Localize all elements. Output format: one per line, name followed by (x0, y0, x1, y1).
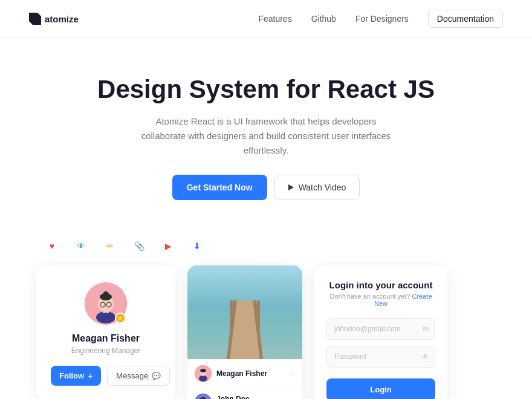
heart-icon-pill[interactable]: ♥ (42, 236, 62, 256)
feed-user2-row: John Doe UI/UX Designer ✎ (187, 388, 302, 399)
nav-features[interactable]: Features (258, 14, 291, 24)
feed-image (187, 265, 302, 359)
nav-links: Features Github For Designers Documentat… (258, 10, 503, 28)
logo[interactable]: atomize (29, 13, 79, 25)
follow-button[interactable]: Follow + (51, 366, 101, 386)
login-button[interactable]: Login (326, 378, 435, 399)
message-button[interactable]: Message 💬 (107, 366, 170, 386)
hero-title: Design System for React JS (24, 74, 508, 105)
nav-for-designers[interactable]: For Designers (355, 14, 409, 24)
play-icon-pill[interactable]: ▶ (158, 236, 178, 256)
nav-documentation[interactable]: Documentation (428, 10, 503, 28)
hero-section: Design System for React JS Atomize React… (0, 38, 532, 224)
feed-user2-info: John Doe UI/UX Designer (195, 394, 258, 399)
avatar-badge: ⭐ (115, 313, 126, 323)
feed-user1-name: Meagan Fisher (216, 369, 267, 378)
logo-text: atomize (45, 14, 79, 24)
eye-icon-pill[interactable]: 👁 (71, 236, 91, 256)
email-input-group: ✉ (326, 318, 435, 340)
feed-user2-avatar (195, 394, 212, 399)
nav-github[interactable]: Github (311, 14, 336, 24)
like-icon[interactable]: ♡ (287, 369, 295, 378)
feed-card: Meagan Fisher ♡ John (187, 265, 302, 399)
login-title: Login into your account (326, 280, 435, 290)
password-input-group: 👁 (326, 346, 435, 368)
logo-icon (29, 13, 41, 25)
profile-actions: Follow + Message 💬 (51, 366, 161, 386)
svg-point-28 (200, 369, 206, 372)
message-icon: 💬 (152, 372, 161, 380)
watch-video-button[interactable]: Watch Video (274, 175, 360, 200)
follow-label: Follow (59, 371, 84, 380)
cards-area: ⭐ Meagan Fisher Engineering Manager Foll… (36, 265, 496, 399)
feed-user1-info: Meagan Fisher (195, 365, 267, 382)
avatar-wrapper: ⭐ (85, 282, 127, 325)
icon-row: ♥ 👁 ✏ 📎 ▶ ⬇ (36, 236, 496, 265)
pencil-icon-pill[interactable]: ✏ (100, 236, 120, 256)
preview-section: ♥ 👁 ✏ 📎 ▶ ⬇ (0, 224, 532, 399)
pier-image (187, 265, 302, 359)
hero-subtitle: Atomize React is a UI framework that hel… (139, 114, 393, 158)
plus-icon: + (88, 371, 92, 381)
feed-user2-name: John Doe (216, 395, 258, 399)
svg-point-5 (103, 291, 109, 297)
profile-card: ⭐ Meagan Fisher Engineering Manager Foll… (36, 265, 175, 399)
play-icon (288, 184, 294, 190)
email-icon: ✉ (423, 325, 429, 334)
profile-job-title: Engineering Manager (71, 346, 141, 355)
login-subtitle: Don't have an account yet? Create New (326, 293, 435, 307)
feed-user1-row: Meagan Fisher ♡ (187, 359, 302, 388)
feed-user1-avatar (195, 365, 212, 382)
login-card: Login into your account Don't have an ac… (314, 265, 447, 399)
watch-video-label: Watch Video (299, 183, 346, 192)
get-started-button[interactable]: Get Started Now (172, 175, 267, 200)
hero-buttons: Get Started Now Watch Video (24, 175, 508, 200)
email-input[interactable] (326, 318, 435, 340)
profile-name: Meagan Fisher (72, 333, 140, 344)
clip-icon-pill[interactable]: 📎 (129, 236, 149, 256)
svg-point-26 (199, 375, 207, 381)
download-icon-pill[interactable]: ⬇ (187, 236, 207, 256)
feed-user2-details: John Doe UI/UX Designer (216, 395, 258, 399)
navbar: atomize Features Github For Designers Do… (0, 0, 532, 38)
password-input[interactable] (326, 346, 435, 368)
login-subtitle-text: Don't have an account yet? (329, 293, 410, 300)
eye-password-icon[interactable]: 👁 (421, 352, 429, 362)
message-label: Message (116, 371, 148, 380)
